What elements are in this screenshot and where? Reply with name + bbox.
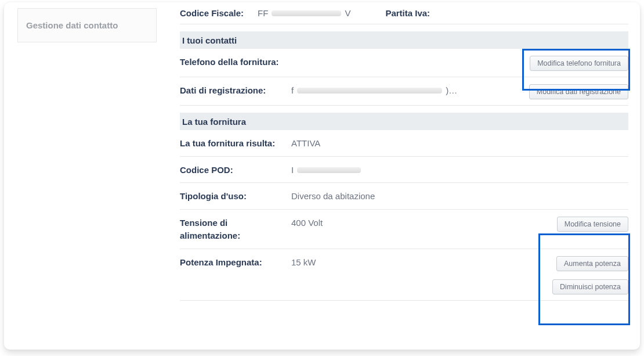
pair-partita-iva: Partita Iva: (385, 8, 430, 18)
sidebar: Gestione dati contatto (17, 3, 157, 350)
row-potenza: Potenza Impegnata: 15 kW Aumenta potenza… (180, 249, 628, 301)
tab-gestione-dati-contatto[interactable]: Gestione dati contatto (17, 8, 157, 42)
dati-prefix: f (291, 84, 294, 98)
row-stato-fornitura: La tua fornitura risulta: ATTIVA (180, 130, 628, 157)
row-tensione: Tensione di alimentazione: 400 Volt Modi… (180, 210, 628, 249)
actions-potenza: Aumenta potenza Diminuisci potenza (552, 256, 628, 294)
value-dati-registrazione: f )… (291, 84, 523, 98)
label-tensione: Tensione di alimentazione: (180, 217, 291, 243)
actions-dati: Modifica dati registrazione (529, 84, 628, 99)
redacted-block (297, 167, 361, 173)
dati-suffix: )… (446, 84, 457, 98)
value-stato-fornitura: ATTIVA (291, 137, 628, 150)
section-heading-label: I tuoi contatti (182, 35, 237, 45)
modifica-telefono-button[interactable]: Modifica telefono fornitura (530, 56, 628, 71)
value-codice-fiscale: FF V (258, 8, 350, 18)
label-tipologia-uso: Tipologia d'uso: (180, 190, 291, 203)
main-content: Codice Fiscale: FF V Partita Iva: I tuoi… (157, 3, 628, 350)
label-potenza: Potenza Impegnata: (180, 256, 291, 269)
redacted-block (272, 10, 341, 16)
label-telefono-fornitura: Telefono della fornitura: (180, 56, 291, 69)
modifica-tensione-button[interactable]: Modifica tensione (557, 217, 628, 232)
row-tipologia-uso: Tipologia d'uso: Diverso da abitazione (180, 183, 628, 210)
value-potenza: 15 kW (291, 256, 547, 269)
actions-tensione: Modifica tensione (557, 217, 628, 232)
app-card: Gestione dati contatto Codice Fiscale: F… (4, 2, 640, 350)
label-stato-fornitura: La tua fornitura risulta: (180, 137, 291, 150)
actions-telefono: Modifica telefono fornitura (530, 56, 628, 71)
label-partita-iva: Partita Iva: (385, 8, 430, 18)
value-codice-pod: I (291, 164, 628, 177)
modifica-dati-registrazione-button[interactable]: Modifica dati registrazione (529, 84, 628, 99)
section-heading-label: La tua fornitura (182, 117, 246, 127)
diminuisci-potenza-button[interactable]: Diminuisci potenza (552, 279, 628, 294)
pair-codice-fiscale: Codice Fiscale: FF V (180, 8, 350, 18)
label-dati-registrazione: Dati di registrazione: (180, 84, 291, 98)
value-tipologia-uso: Diverso da abitazione (291, 190, 628, 203)
pod-prefix: I (291, 164, 294, 177)
label-codice-fiscale: Codice Fiscale: (180, 8, 244, 18)
row-codice-partita: Codice Fiscale: FF V Partita Iva: (180, 3, 628, 24)
section-heading-fornitura: La tua fornitura (180, 113, 628, 130)
row-dati-registrazione: Dati di registrazione: f )… Modifica dat… (180, 77, 628, 106)
cf-suffix: V (345, 8, 350, 18)
cf-prefix: FF (258, 8, 268, 18)
tab-label: Gestione dati contatto (26, 20, 118, 30)
value-tensione: 400 Volt (291, 217, 551, 230)
section-heading-contatti: I tuoi contatti (180, 31, 628, 49)
redacted-block (297, 88, 442, 94)
label-codice-pod: Codice POD: (180, 164, 291, 177)
aumenta-potenza-button[interactable]: Aumenta potenza (556, 256, 628, 271)
value-telefono-fornitura (291, 56, 524, 69)
layout-inner: Gestione dati contatto Codice Fiscale: F… (17, 3, 628, 350)
row-telefono-fornitura: Telefono della fornitura: Modifica telef… (180, 49, 628, 77)
row-codice-pod: Codice POD: I (180, 157, 628, 184)
